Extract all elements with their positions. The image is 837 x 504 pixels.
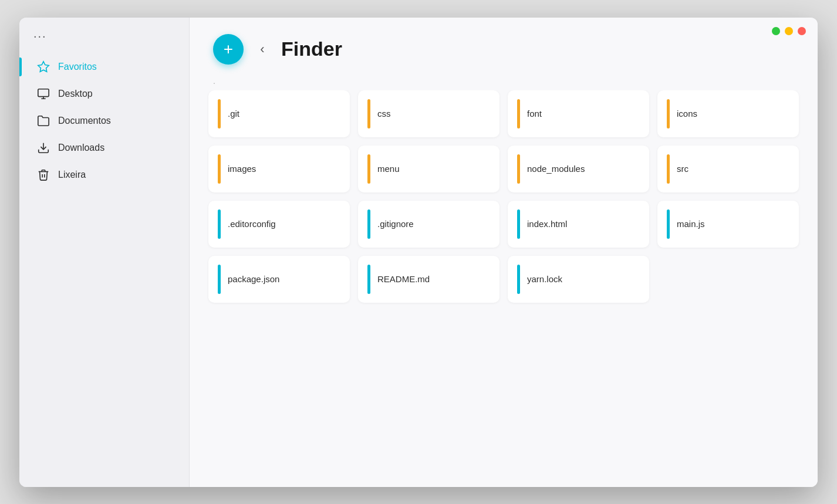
file-name: index.html bbox=[527, 219, 567, 229]
file-item[interactable]: package.json bbox=[208, 256, 350, 303]
file-name: menu bbox=[377, 164, 400, 174]
file-accent-blue bbox=[517, 265, 520, 294]
sidebar-nav: Favoritos Desktop bbox=[19, 55, 189, 187]
file-accent-blue bbox=[517, 209, 520, 239]
sidebar-item-favoritos[interactable]: Favoritos bbox=[29, 55, 180, 79]
sidebar-item-label: Lixeira bbox=[58, 170, 86, 180]
file-grid: .gitcssfonticonsimagesmenunode_modulessr… bbox=[190, 90, 818, 487]
file-name: icons bbox=[677, 109, 697, 119]
download-icon bbox=[37, 141, 50, 154]
fab-add-button[interactable]: + bbox=[213, 34, 244, 65]
sidebar-item-label: Downloads bbox=[58, 143, 104, 153]
sidebar-item-documentos[interactable]: Documentos bbox=[29, 109, 180, 133]
file-item[interactable]: .gitignore bbox=[358, 201, 500, 248]
file-accent-yellow bbox=[517, 154, 520, 184]
file-item[interactable]: icons bbox=[657, 90, 799, 137]
file-accent-yellow bbox=[517, 99, 520, 128]
close-button[interactable] bbox=[798, 27, 806, 35]
file-name: images bbox=[228, 164, 256, 174]
file-name: yarn.lock bbox=[527, 274, 562, 284]
page-title: Finder bbox=[281, 38, 342, 60]
file-accent-blue bbox=[367, 209, 370, 239]
file-name: node_modules bbox=[527, 164, 585, 174]
file-accent-yellow bbox=[367, 154, 370, 184]
file-item[interactable]: src bbox=[657, 146, 799, 192]
file-name: README.md bbox=[377, 274, 430, 284]
back-button[interactable]: ‹ bbox=[253, 40, 272, 59]
file-name: main.js bbox=[677, 219, 705, 229]
sidebar-item-downloads[interactable]: Downloads bbox=[29, 136, 180, 160]
file-accent-yellow bbox=[218, 99, 221, 128]
sidebar-item-label: Documentos bbox=[58, 116, 111, 126]
more-menu-button[interactable]: ··· bbox=[19, 29, 189, 55]
file-accent-blue bbox=[367, 265, 370, 294]
file-item[interactable]: menu bbox=[358, 146, 500, 192]
file-name: font bbox=[527, 109, 542, 119]
file-item[interactable]: .editorconfig bbox=[208, 201, 350, 248]
file-accent-blue bbox=[218, 265, 221, 294]
file-name: css bbox=[377, 109, 391, 119]
file-item[interactable]: yarn.lock bbox=[508, 256, 649, 303]
file-item[interactable]: README.md bbox=[358, 256, 500, 303]
sidebar: ··· Favoritos bbox=[19, 18, 190, 487]
content-header: + ‹ Finder bbox=[190, 18, 818, 76]
file-item[interactable]: css bbox=[358, 90, 500, 137]
file-accent-yellow bbox=[218, 154, 221, 184]
file-accent-yellow bbox=[367, 99, 370, 128]
file-name: .gitignore bbox=[377, 219, 414, 229]
main-content: + ‹ Finder . .gitcssfonticonsimagesmenun… bbox=[190, 18, 818, 487]
finder-window: ··· Favoritos bbox=[19, 18, 818, 487]
file-accent-blue bbox=[218, 209, 221, 239]
star-icon bbox=[37, 60, 50, 73]
file-name: .git bbox=[228, 109, 239, 119]
file-item[interactable]: main.js bbox=[657, 201, 799, 248]
minimize-button[interactable] bbox=[785, 27, 793, 35]
svg-rect-1 bbox=[38, 89, 49, 96]
sidebar-item-lixeira[interactable]: Lixeira bbox=[29, 163, 180, 187]
trash-icon bbox=[37, 168, 50, 181]
sidebar-item-desktop[interactable]: Desktop bbox=[29, 82, 180, 106]
file-item[interactable]: images bbox=[208, 146, 350, 192]
titlebar bbox=[772, 27, 806, 35]
file-name: package.json bbox=[228, 274, 279, 284]
svg-marker-0 bbox=[38, 61, 49, 71]
file-item[interactable]: .git bbox=[208, 90, 350, 137]
file-accent-blue bbox=[667, 209, 670, 239]
breadcrumb: . bbox=[190, 76, 818, 90]
file-item[interactable]: index.html bbox=[508, 201, 649, 248]
sidebar-item-label: Desktop bbox=[58, 89, 93, 99]
file-name: .editorconfig bbox=[228, 219, 276, 229]
maximize-button[interactable] bbox=[772, 27, 780, 35]
file-item[interactable]: font bbox=[508, 90, 649, 137]
file-accent-yellow bbox=[667, 154, 670, 184]
monitor-icon bbox=[37, 87, 50, 100]
folder-icon bbox=[37, 114, 50, 127]
active-indicator bbox=[19, 57, 22, 76]
main-layout: ··· Favoritos bbox=[19, 18, 818, 487]
file-item[interactable]: node_modules bbox=[508, 146, 649, 192]
file-accent-yellow bbox=[667, 99, 670, 128]
file-name: src bbox=[677, 164, 689, 174]
sidebar-item-label: Favoritos bbox=[58, 62, 97, 72]
